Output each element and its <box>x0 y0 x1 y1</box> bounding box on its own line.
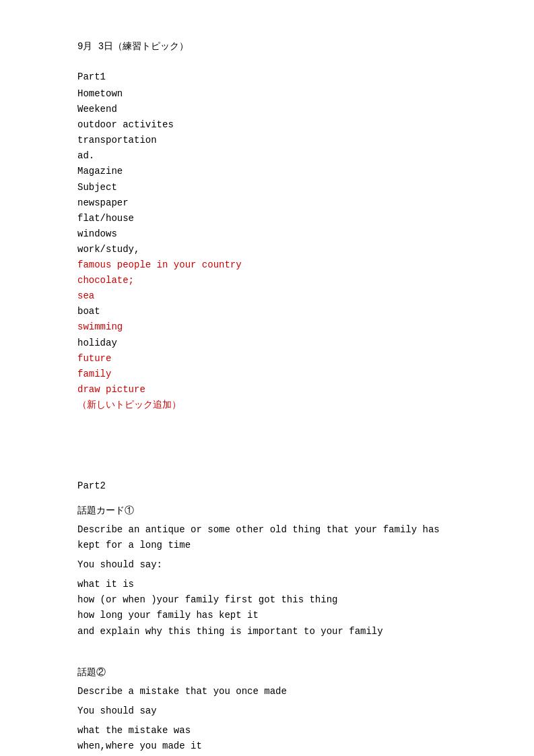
topic-item: Magazine <box>77 164 457 179</box>
part2-label: Part2 <box>77 480 457 491</box>
part1-label: Part1 <box>77 71 457 82</box>
part2-details-list: what the mistake waswhen,where you made … <box>77 723 457 754</box>
topic-item: sea <box>77 288 457 304</box>
part2-block-label: 話題② <box>77 666 457 679</box>
topic-list: HometownWeekendoutdoor activitestranspor… <box>77 86 457 413</box>
part2-detail-item: how (or when )your family first got this… <box>77 592 457 608</box>
topic-item: Subject <box>77 180 457 195</box>
part2-detail-item: what the mistake was <box>77 723 457 738</box>
topic-item: outdoor activites <box>77 117 457 133</box>
topic-item: draw picture <box>77 382 457 398</box>
topic-item: swimming <box>77 319 457 335</box>
part2-block-label: 話題カード① <box>77 505 457 517</box>
header-title: 9月 3日（練習トピック） <box>77 41 189 52</box>
part2-detail-item: when,where you made it <box>77 738 457 754</box>
topic-item: newspaper <box>77 195 457 211</box>
topic-item: family <box>77 367 457 382</box>
topic-item: Weekend <box>77 102 457 117</box>
part2-block-prompt: Describe a mistake that you once made <box>77 684 457 699</box>
header: 9月 3日（練習トピック） <box>77 40 457 53</box>
topic-item: holiday <box>77 336 457 351</box>
topic-item: （新しいトピック追加） <box>77 398 457 413</box>
part2-should-say: You should say <box>77 703 457 719</box>
topic-item: work/study, <box>77 242 457 257</box>
topic-item: flat/house <box>77 211 457 226</box>
part2-details-list: what it ishow (or when )your family firs… <box>77 577 457 639</box>
topic-item: chocolate; <box>77 273 457 288</box>
topic-item: future <box>77 351 457 367</box>
topic-item: ad. <box>77 148 457 164</box>
part2-detail-item: what it is <box>77 577 457 592</box>
part2-block: 話題②Describe a mistake that you once made… <box>77 666 457 754</box>
topic-item: boat <box>77 304 457 319</box>
part2-block: 話題カード①Describe an antique or some other … <box>77 505 457 639</box>
topic-item: famous people in your country <box>77 257 457 273</box>
part2-block-prompt: Describe an antique or some other old th… <box>77 522 457 553</box>
part2-should-say: You should say: <box>77 557 457 573</box>
part2-section: Part2 話題カード①Describe an antique or some … <box>77 480 457 754</box>
part2-detail-item: and explain why this thing is important … <box>77 624 457 639</box>
topic-item: windows <box>77 226 457 242</box>
topic-item: transportation <box>77 133 457 148</box>
part1-section: Part1 HometownWeekendoutdoor activitestr… <box>77 71 457 413</box>
part2-detail-item: how long your family has kept it <box>77 608 457 623</box>
topic-item: Hometown <box>77 86 457 102</box>
